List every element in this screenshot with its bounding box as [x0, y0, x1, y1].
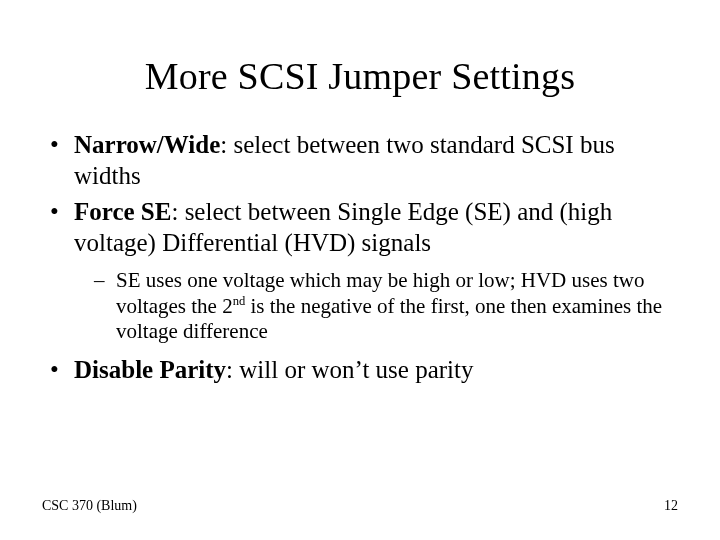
bullet-item: Disable Parity: will or won’t use parity	[46, 355, 666, 386]
bullet-desc: : will or won’t use parity	[226, 356, 473, 383]
slide: More SCSI Jumper Settings Narrow/Wide: s…	[0, 0, 720, 540]
sub-bullet-item: SE uses one voltage which may be high or…	[94, 268, 666, 345]
bullet-term: Narrow/Wide	[74, 131, 220, 158]
slide-footer: CSC 370 (Blum) 12	[42, 498, 678, 514]
bullet-item: Force SE: select between Single Edge (SE…	[46, 197, 666, 345]
bullet-list: Narrow/Wide: select between two standard…	[42, 130, 678, 385]
footer-right: 12	[664, 498, 678, 514]
bullet-item: Narrow/Wide: select between two standard…	[46, 130, 666, 191]
bullet-term: Disable Parity	[74, 356, 226, 383]
sub-bullet-list: SE uses one voltage which may be high or…	[74, 268, 666, 345]
footer-left: CSC 370 (Blum)	[42, 498, 137, 514]
slide-title: More SCSI Jumper Settings	[42, 0, 678, 130]
bullet-term: Force SE	[74, 198, 171, 225]
ordinal-suffix: nd	[233, 294, 246, 308]
